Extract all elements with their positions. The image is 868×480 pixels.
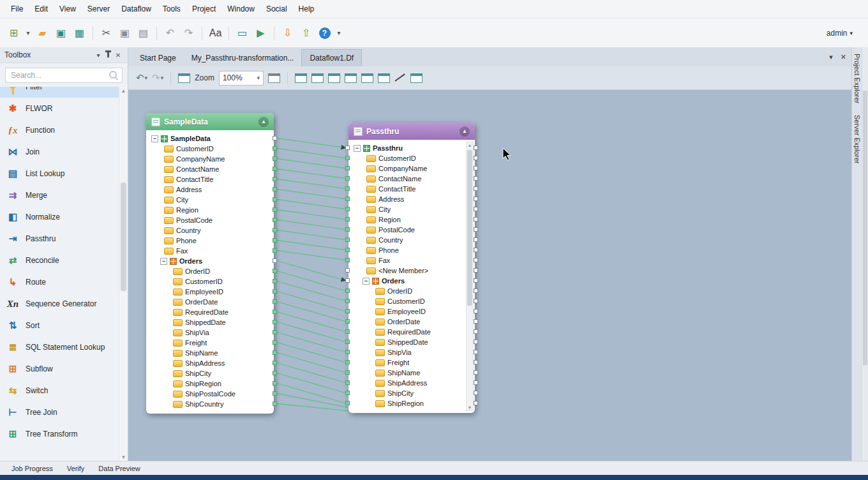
connection-line[interactable] [277, 322, 345, 342]
port-out[interactable] [474, 380, 478, 385]
port-in[interactable] [345, 146, 350, 150]
tree-field-row[interactable]: CustomerID [348, 296, 475, 306]
scroll-down-icon[interactable]: ▼ [467, 405, 473, 410]
tree-group-row[interactable]: −Passthru [348, 143, 475, 153]
copy-button[interactable]: ▣ [116, 24, 133, 41]
tree-field-row[interactable]: EmployeeID [146, 287, 274, 297]
tree-field-row[interactable]: RequiredDate [348, 327, 475, 337]
collapse-expander-icon[interactable]: − [354, 145, 361, 152]
menu-file[interactable]: File [5, 0, 29, 18]
port-out[interactable] [273, 289, 277, 294]
port-out[interactable] [474, 391, 478, 395]
tree-field-row[interactable]: CompanyName [146, 154, 274, 164]
tree-field-row[interactable]: ShipAddress [146, 358, 274, 368]
port-out[interactable] [273, 228, 277, 232]
scroll-down-icon[interactable]: ▼ [119, 454, 128, 460]
node-scrollbar[interactable]: ▲▼ [466, 142, 474, 411]
tree-field-row[interactable]: ShipCity [146, 368, 274, 379]
port-out[interactable] [273, 361, 277, 365]
port-out[interactable] [273, 330, 277, 334]
paste-button[interactable]: ▤ [135, 24, 152, 41]
tree-field-row[interactable]: CompanyName [348, 163, 475, 174]
tree-field-row[interactable]: RequiredDate [146, 307, 274, 317]
close-document-icon[interactable]: ✕ [841, 53, 846, 61]
tree-field-row[interactable]: Freight [348, 357, 475, 368]
connection-line[interactable] [277, 190, 345, 199]
port-out[interactable] [273, 156, 277, 161]
port-out[interactable] [474, 197, 478, 201]
port-out[interactable] [273, 197, 277, 202]
connection-line[interactable] [277, 210, 345, 220]
scrollbar-thumb[interactable] [467, 150, 472, 306]
tree-field-row[interactable]: OrderDate [348, 317, 475, 327]
connection-line[interactable] [277, 281, 345, 301]
tree-field-row[interactable]: City [146, 195, 274, 205]
port-in[interactable] [345, 380, 350, 385]
port-out[interactable] [474, 156, 478, 160]
port-in[interactable] [345, 176, 350, 181]
tree-group-row[interactable]: −Orders [146, 256, 274, 266]
connection-line[interactable] [277, 251, 345, 260]
print-icon[interactable] [268, 73, 280, 83]
port-in[interactable] [345, 289, 350, 293]
tree-field-row[interactable]: ShipName [348, 368, 475, 378]
connection-line[interactable] [277, 220, 345, 230]
port-out[interactable] [273, 187, 277, 191]
port-in[interactable] [345, 329, 350, 334]
connection-line[interactable] [277, 394, 350, 409]
panel-tab-server-explorer[interactable]: Server Explorer [853, 115, 861, 163]
port-in[interactable] [345, 217, 350, 221]
port-in[interactable] [345, 207, 350, 211]
toolbox-item-list-lookup[interactable]: ▤List Lookup [0, 163, 119, 184]
toolbox-item-switch[interactable]: ⇆Switch [0, 380, 119, 401]
port-in[interactable] [345, 186, 350, 191]
tree-field-row[interactable]: ShippedDate [146, 317, 274, 327]
port-out[interactable] [273, 340, 277, 345]
zoom-to-fit-icon[interactable] [178, 73, 190, 83]
toolbox-item-route[interactable]: ↳Route [0, 271, 119, 293]
cut-button[interactable]: ✂ [98, 24, 115, 41]
port-in[interactable] [345, 340, 350, 344]
collapse-icon[interactable]: ▲ [460, 126, 470, 137]
tab-list-dropdown-icon[interactable]: ▾ [829, 53, 833, 61]
port-in[interactable] [345, 370, 350, 375]
node-header[interactable]: Passthru▲ [348, 123, 475, 140]
port-out[interactable] [474, 360, 478, 364]
toolbox-item-flwor[interactable]: ✱FLWOR [0, 98, 119, 119]
tree-field-row[interactable]: Freight [146, 338, 274, 348]
port-in[interactable] [345, 319, 350, 324]
node-sampledata[interactable]: SampleData▲−SampleDataCustomerIDCompanyN… [146, 113, 274, 414]
tree-field-row[interactable]: Region [146, 205, 274, 215]
port-out[interactable] [273, 177, 277, 181]
tree-field-row[interactable]: Country [146, 225, 274, 236]
port-out[interactable] [474, 401, 478, 405]
save-button[interactable]: ▣ [52, 24, 70, 41]
tree-field-row[interactable]: Address [348, 194, 475, 204]
run-dataflow-button[interactable]: ▶ [252, 24, 269, 41]
toolbox-item-sequence-generator[interactable]: XnSequence Generator [0, 293, 119, 315]
port-in[interactable] [345, 156, 350, 160]
port-in[interactable] [345, 401, 350, 405]
port-out[interactable] [474, 278, 478, 283]
preview-window-button[interactable]: ▭ [234, 24, 251, 41]
tree-field-row[interactable]: ShippedDate [348, 337, 475, 347]
connection-line[interactable] [277, 241, 345, 250]
tree-field-row[interactable]: PostalCode [348, 225, 475, 235]
chevron-down-icon[interactable]: ▾ [93, 52, 103, 59]
tab-dataflow1-df[interactable]: Dataflow1.Df [301, 49, 362, 66]
toolbox-item-sql-statement-lookup[interactable]: ≣SQL Statement Lookup [0, 336, 119, 358]
toolbox-item-tree-join[interactable]: ⊢Tree Join [0, 401, 119, 423]
toolbox-item-normalize[interactable]: ◧Normalize [0, 206, 119, 228]
tree-field-row[interactable]: <New Member> [348, 266, 475, 276]
tree-field-row[interactable]: PostalCode [146, 215, 274, 225]
collapse-icon[interactable]: ▲ [258, 117, 269, 127]
auto-layout-icon[interactable] [410, 73, 423, 83]
align-left-icon[interactable] [328, 73, 340, 83]
tree-field-row[interactable]: Fax [146, 246, 274, 256]
collapse-expander-icon[interactable]: − [160, 258, 167, 265]
scrollbar-thumb[interactable] [121, 183, 126, 291]
tree-field-row[interactable]: ShipVia [146, 327, 274, 338]
redo-button[interactable]: ↷▾ [152, 72, 163, 84]
port-out[interactable] [273, 269, 277, 273]
search-input[interactable] [5, 68, 123, 83]
